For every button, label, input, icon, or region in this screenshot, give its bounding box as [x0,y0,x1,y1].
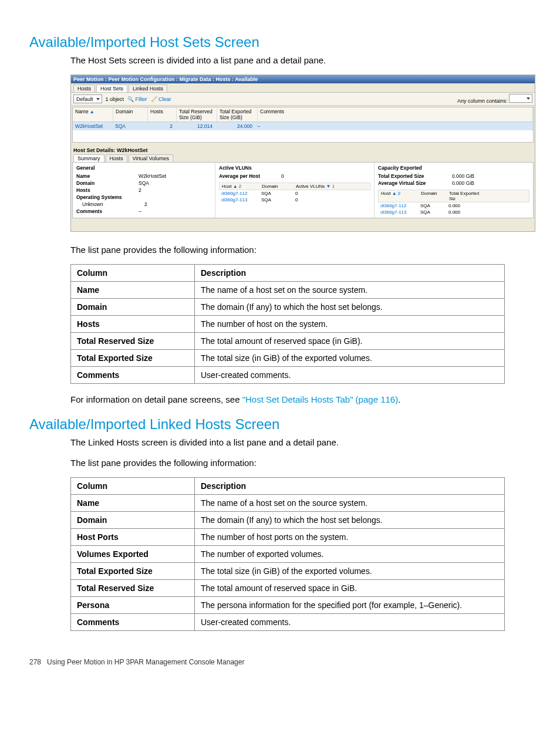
table-row-label: Total Exported Size [71,350,195,367]
hostset-details-link[interactable]: "Host Set Details Hosts Tab" (page 116) [242,394,399,404]
table-row-label: Comments [71,614,195,631]
table-row-label: Host Ports [71,529,195,546]
window-titlebar: Peer Motion : Peer Motion Configuration … [71,75,535,83]
table-row-desc: The name of a host set on the source sys… [195,282,505,299]
intro-linkedhosts-1: The Linked Hosts screen is divided into … [70,436,531,448]
table-row-desc: The domain (If any) to which the host se… [195,299,505,316]
toolbar: Default 1 object 🔍 Filter 🧹 Clear Any co… [71,93,535,106]
table-row-label: Total Exported Size [71,563,195,580]
objects-count: 1 object [106,96,124,102]
table-row-desc: The name of a host set on the source sys… [195,495,505,512]
detail-tabs: Summary Hosts Virtual Volumes [71,154,535,162]
detail-panels: General NameW2kHostSet DomainSQA Hosts2 … [72,162,534,218]
upper-tabs: Hosts Host Sets Linked Hosts [71,83,535,93]
vlun-row[interactable]: dl360g7-113 SQA 0 [219,197,370,203]
table-row-desc: The number of host on the system. [195,316,505,333]
filter-dropdown[interactable]: Default [73,94,102,103]
filter-button[interactable]: 🔍 Filter [127,96,147,102]
intro-linkedhosts-2: The list pane provides the following inf… [70,457,531,469]
table-row-label: Total Reserved Size [71,580,195,597]
table-row-desc: The total size (in GiB) of the exported … [195,350,505,367]
detail-link-sentence: For information on detail pane screens, … [70,393,531,406]
panel-general: General NameW2kHostSet DomainSQA Hosts2 … [73,163,215,218]
table-row-label: Name [71,282,195,299]
col-header-domain[interactable]: Domain [113,107,148,121]
table-row-label: Persona [71,597,195,614]
panel-active-vluns: Active VLUNs Average per Host0 Host ▲ 2 … [215,163,375,218]
table-linkedhosts-columns: Column Description NameThe name of a hos… [70,477,505,631]
cap-row[interactable]: dl360g7-112 SQA 0.000 [378,202,529,209]
table-row-label: Total Reserved Size [71,333,195,350]
table-row-label: Hosts [71,316,195,333]
detail-tab-summary[interactable]: Summary [73,154,104,162]
vlun-row[interactable]: dl360g7-112 SQA 0 [219,190,370,197]
table-row-desc: User-created comments. [195,367,505,384]
table-row-desc: The total amount of reserved space (in G… [195,333,505,350]
table-row-desc: The total size (in GiB) of the exported … [195,563,505,580]
panel-capacity: Capacity Exported Total Exported Size0.0… [375,163,533,218]
table-row-desc: The total amount of reserved space in Gi… [195,580,505,597]
list-pane-intro-1: The list pane provides the following inf… [70,244,531,256]
col-header-exported[interactable]: Total Exported Size (GiB) [217,107,258,121]
app-window: Peer Motion : Peer Motion Configuration … [70,75,535,232]
table-row-desc: User-created comments. [195,614,505,631]
any-column-dropdown[interactable] [509,94,532,103]
tab-hosts[interactable]: Hosts [73,85,95,92]
col-header-reserved[interactable]: Total Reserved Size (GiB) [177,107,217,121]
list-pane: Name▲ Domain Hosts Total Reserved Size (… [72,107,534,143]
section-title-hostsets: Available/Imported Host Sets Screen [29,34,531,50]
table-row-desc: The domain (If any) to which the host se… [195,512,505,529]
table-row-label: Domain [71,512,195,529]
table-row-desc: The number of host ports on the system. [195,529,505,546]
page-footer: 278 Using Peer Motion in HP 3PAR Managem… [29,640,531,666]
table-row-label: Volumes Exported [71,546,195,563]
detail-tab-hosts[interactable]: Hosts [106,154,127,162]
col-header-hosts[interactable]: Hosts [148,107,177,121]
table-row-label: Domain [71,299,195,316]
table-row-label: Name [71,495,195,512]
table-row-desc: The persona information for the specifie… [195,597,505,614]
tab-host-sets[interactable]: Host Sets [96,85,127,92]
col-header-name[interactable]: Name▲ [73,107,113,121]
detail-tab-virtual-volumes[interactable]: Virtual Volumes [129,154,173,162]
table-row-desc: The number of exported volumes. [195,546,505,563]
cap-row[interactable]: dl360g7-113 SQA 0.000 [378,209,529,215]
section-title-linkedhosts: Available/Imported Linked Hosts Screen [29,416,531,433]
sort-up-icon: ▲ [90,109,95,114]
table-row-label: Comments [71,367,195,384]
intro-hostsets: The Host Sets screen is divided into a l… [70,54,531,66]
clear-button[interactable]: 🧹 Clear [151,96,171,102]
col-header-comments[interactable]: Comments [258,107,533,121]
detail-title: Host Set Details: W2kHostSet [71,144,535,154]
tab-linked-hosts[interactable]: Linked Hosts [129,85,167,92]
any-column-label: Any column contains: [457,98,508,104]
list-header: Name▲ Domain Hosts Total Reserved Size (… [73,107,533,122]
list-row[interactable]: W2kHostSet SQA 2 12.014 24.000 -- [73,122,533,130]
table-hostsets-columns: Column Description NameThe name of a hos… [70,264,505,384]
